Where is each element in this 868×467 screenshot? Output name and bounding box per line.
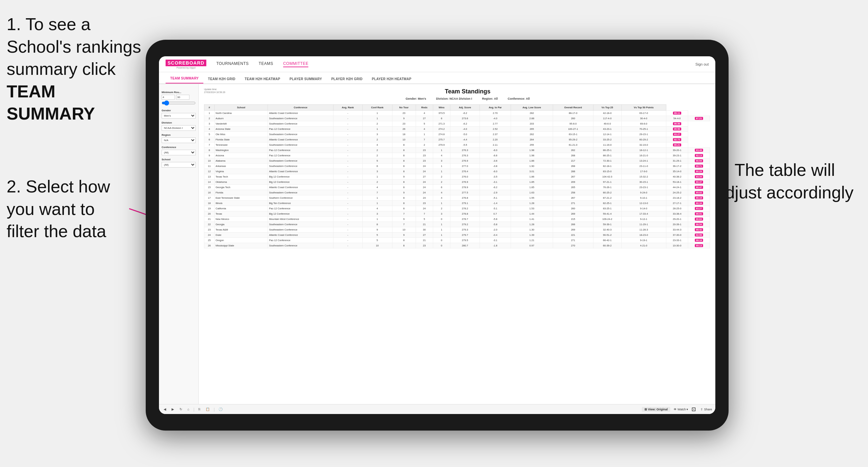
update-time-label: Update time: — [204, 88, 225, 90]
anno3-text: 3. The table will adjust accordingly — [716, 160, 854, 202]
min-rounds-label: Minimum Rou... — [162, 91, 196, 94]
toolbar-view[interactable]: ⊞ View: Original — [642, 407, 670, 412]
main-content: Minimum Rou... Gender Men's Women's Divi… — [159, 84, 715, 404]
col-overall: Overall Record — [553, 105, 593, 111]
min-rounds-input[interactable] — [162, 95, 175, 100]
table-row: 25OregonPac-12 Conference-58210279.5-3.1… — [204, 238, 710, 243]
toolbar-forward[interactable]: ▶ — [170, 407, 176, 412]
col-adj-score: Adj. Score — [450, 105, 479, 111]
gender-label: Gender — [162, 109, 196, 112]
table-row: 3VanderbiltSoutheastern Conference-22352… — [204, 121, 710, 126]
table-title: Team Standings — [225, 88, 710, 95]
table-row: 1North CarolinaAtlantic Coast Conference… — [204, 111, 710, 116]
update-date: 27/03/2024 16:56:26 — [204, 91, 225, 93]
conference-filter-display: Conference: All — [508, 97, 530, 100]
rounds-slider[interactable] — [162, 100, 196, 106]
table-row: 2AuburnSoutheastern Conference-19276273.… — [204, 116, 710, 121]
filter-panel: Minimum Rou... Gender Men's Women's Divi… — [159, 84, 199, 404]
table-row: 12VirginiaAtlantic Coast Conference-3824… — [204, 169, 710, 174]
subtabs: TEAM SUMMARY TEAM H2H GRID TEAM H2H HEAT… — [159, 72, 715, 84]
region-label: Region — [162, 133, 196, 136]
subtab-player-summary[interactable]: PLAYER SUMMARY — [285, 74, 327, 84]
toolbar-clock[interactable]: 🕐 — [217, 407, 224, 412]
table-row: 26Mississippi StateSoutheastern Conferen… — [204, 243, 710, 248]
nav-tournaments[interactable]: TOURNAMENTS — [216, 61, 249, 67]
annotation-3: 3. The table will adjust accordingly — [716, 159, 858, 204]
table-row: 16FloridaSoutheastern Conference-7924427… — [204, 190, 710, 195]
table-row: 15Georgia TechAtlantic Coast Conference-… — [204, 185, 710, 190]
toolbar-right: ⊞ View: Original 👁 Watch ▾ ⊡ ⇧ Share — [642, 406, 712, 412]
subtab-team-h2h-heatmap[interactable]: TEAM H2H HEATMAP — [240, 74, 285, 84]
logo-text: SCOREBOARD — [165, 60, 206, 66]
nav-teams[interactable]: TEAMS — [259, 61, 273, 67]
tablet-device: SCOREBOARD Powered by clippd TOURNAMENTS… — [146, 40, 728, 431]
table-row: 22GeorgiaSoutheastern Conference-8721127… — [204, 222, 710, 227]
table-row: 10AlabamaSoutheastern Conference-5823327… — [204, 158, 710, 164]
subtab-player-h2h-grid[interactable]: PLAYER H2H GRID — [327, 74, 367, 84]
toolbar-home[interactable]: ⌂ — [186, 407, 191, 412]
gender-select[interactable]: Men's Women's — [162, 113, 196, 119]
toolbar-sep2: | — [214, 407, 215, 412]
toolbar-sep1: | — [193, 407, 194, 412]
toolbar-reload[interactable]: ↻ — [178, 407, 183, 412]
school-select[interactable]: (All) — [162, 162, 196, 167]
col-wins: Wins — [433, 105, 450, 111]
toolbar-copy[interactable]: ⎘ — [197, 407, 202, 412]
table-row: 13Texas TechBig 12 Conference-19272276.0… — [204, 174, 710, 180]
subtab-team-h2h-grid[interactable]: TEAM H2H GRID — [203, 74, 240, 84]
anno2-text: 2. Select how you want to filter the dat… — [7, 177, 110, 241]
table-row: 19CaliforniaPac-12 Conference-48242278.2… — [204, 206, 710, 211]
conference-label: Conference — [162, 146, 196, 149]
logo-area: SCOREBOARD Powered by clippd — [165, 60, 206, 69]
table-body: 1North CarolinaAtlantic Coast Conference… — [204, 111, 710, 248]
col-vs-top50: Vs Top 50 Points — [621, 105, 666, 111]
tablet-screen: SCOREBOARD Powered by clippd TOURNAMENTS… — [159, 56, 715, 414]
col-conf-rank: Conf Rank — [362, 105, 392, 111]
col-rank: # — [204, 105, 215, 111]
division-select[interactable]: NCAA Division I NCAA Division II NCAA Di… — [162, 125, 196, 131]
nav-committee[interactable]: COMMITTEE — [283, 61, 309, 67]
col-avg-rank: Avg. Rank — [333, 105, 362, 111]
table-filters-row: Gender: Men's Division: NCAA Division I … — [225, 97, 710, 100]
toolbar-share[interactable]: ⇧ Share — [701, 408, 712, 411]
col-vs-top25: Vs Top 25 — [593, 105, 621, 111]
anno1-text: 1. To see a School's rankings summary cl… — [7, 14, 141, 123]
table-row: 17East Tennessee StateSouthern Conferenc… — [204, 195, 710, 201]
subtab-team-summary[interactable]: TEAM SUMMARY — [165, 74, 203, 84]
navbar: SCOREBOARD Powered by clippd TOURNAMENTS… — [159, 56, 715, 72]
table-row: 7TennesseeSoutheastern Conference-482279… — [204, 143, 710, 148]
subtab-player-h2h-heatmap[interactable]: PLAYER H2H HEATMAP — [367, 74, 416, 84]
division-filter-display: Division: NCAA Division I — [436, 97, 472, 100]
table-area: Update time: 27/03/2024 16:56:26 Team St… — [199, 84, 715, 404]
table-row: 23Texas A&MSoutheastern Conference-91030… — [204, 227, 710, 232]
col-no-tour: No Tour — [392, 105, 415, 111]
signout-link[interactable]: Sign out — [695, 62, 709, 66]
region-filter-display: Region: All — [482, 97, 498, 100]
col-avg-par: Avg. to Par — [480, 105, 511, 111]
region-select[interactable]: N/A All — [162, 137, 196, 143]
table-row: 4Arizona StatePac-12 Conference-1264274.… — [204, 126, 710, 132]
division-label: Division — [162, 121, 196, 124]
table-row: 24DukeAtlantic Coast Conference-59271279… — [204, 232, 710, 238]
table-row: 9ArizonaPac-12 Conference-28234276.3-6.6… — [204, 153, 710, 158]
table-row: 6Florida StateAtlantic Coast Conference-… — [204, 137, 710, 143]
col-rnds: Rnds — [415, 105, 433, 111]
annotation-2: 2. Select how you want to filter the dat… — [7, 176, 126, 243]
toolbar-paste[interactable]: 📋 — [204, 407, 211, 412]
gender-filter-display: Gender: Men's — [406, 97, 426, 100]
toolbar-watch[interactable]: 👁 Watch ▾ — [674, 408, 688, 411]
col-avg-low: Avg. Low Score — [511, 105, 553, 111]
toolbar-back[interactable]: ◀ — [162, 407, 167, 412]
toolbar-share-icon: ⊡ — [691, 406, 696, 412]
school-label: School — [162, 158, 196, 161]
table-header: # School Conference Avg. Rank Conf Rank … — [204, 105, 710, 111]
table-row: 5Ole MissSoutheastern Conference-3181274… — [204, 132, 710, 137]
table-row: 8WashingtonPac-12 Conference-28231276.3-… — [204, 148, 710, 153]
conference-select[interactable]: (All) SEC ACC — [162, 150, 196, 155]
logo-sub: Powered by clippd — [177, 67, 195, 69]
table-row: 21New MexicoMountain West Conference-195… — [204, 217, 710, 222]
table-row: 20TexasBig 12 Conference-3773278.80.71.4… — [204, 211, 710, 217]
standings-table: # School Conference Avg. Rank Conf Rank … — [204, 104, 710, 248]
max-rounds-input[interactable] — [176, 95, 189, 100]
nav-links: TOURNAMENTS TEAMS COMMITTEE — [216, 61, 695, 67]
